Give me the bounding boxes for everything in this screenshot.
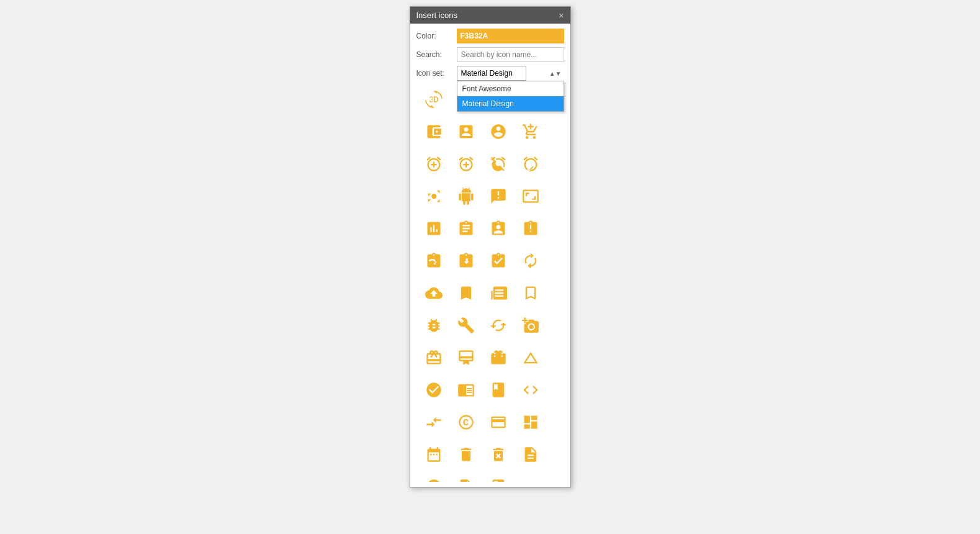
icon-set-dropdown: Font Awesome Material Design — [457, 81, 564, 112]
close-button[interactable]: × — [559, 11, 564, 20]
icon-dashboard[interactable] — [516, 407, 546, 437]
icon-assignment-return[interactable] — [419, 246, 449, 276]
icon-backup[interactable] — [419, 278, 449, 308]
icon-set-select-wrapper: Font Awesome Material Design ▲▼ — [457, 66, 564, 81]
icons-row-8 — [419, 310, 562, 340]
icon-class[interactable] — [483, 375, 513, 405]
icons-row-6 — [419, 246, 562, 276]
icon-set-row: Icon set: Font Awesome Material Design ▲… — [416, 66, 564, 81]
icon-alarm-add[interactable] — [451, 149, 481, 179]
icons-row-2 — [419, 117, 562, 147]
icons-row-4 — [419, 181, 562, 211]
icon-check-circle[interactable] — [419, 375, 449, 405]
icon-bookmark-filled[interactable] — [451, 278, 481, 308]
icon-assignment-ind[interactable] — [483, 214, 513, 243]
icon-assignment-returned[interactable] — [451, 246, 481, 276]
icon-alarm-on[interactable] — [516, 149, 546, 179]
icons-row-7 — [419, 278, 562, 308]
dialog-body: Color: Search: Icon set: Font Awesome Ma… — [410, 24, 570, 487]
icon-assessment[interactable] — [419, 214, 449, 243]
icon-code[interactable] — [516, 375, 546, 405]
insert-icons-dialog: Insert icons × Color: Search: Icon set: … — [410, 6, 571, 487]
icons-row-3 — [419, 149, 562, 179]
icon-set-label: Icon set: — [416, 69, 457, 78]
icons-row-12 — [419, 440, 562, 469]
icon-card-giftcard[interactable] — [419, 343, 449, 373]
dropdown-item-font-awesome[interactable]: Font Awesome — [457, 81, 564, 96]
dialog-titlebar: Insert icons × — [410, 7, 570, 24]
icon-compare-arrows[interactable] — [419, 407, 449, 437]
icon-3d-rotation[interactable] — [419, 84, 449, 114]
icons-row-13 — [419, 472, 562, 482]
color-input[interactable] — [457, 29, 564, 43]
icons-row-11 — [419, 407, 562, 437]
icon-description[interactable] — [516, 440, 546, 469]
icon-more-1[interactable] — [419, 472, 449, 482]
icon-change-history[interactable] — [516, 343, 546, 373]
color-row: Color: — [416, 29, 564, 43]
icon-chrome-reader-mode[interactable] — [451, 375, 481, 405]
icon-account-circle[interactable] — [483, 117, 513, 147]
icon-alarm-off[interactable] — [483, 149, 513, 179]
icon-all-out[interactable] — [419, 181, 449, 211]
icon-add-a-photo[interactable] — [516, 310, 546, 340]
icon-assignment-late[interactable] — [516, 214, 546, 243]
dialog-scroll-area: Color: Search: Icon set: Font Awesome Ma… — [410, 24, 570, 487]
icon-credit-card[interactable] — [483, 407, 513, 437]
dropdown-item-material-design[interactable]: Material Design — [457, 96, 564, 111]
icon-set-select[interactable]: Font Awesome Material Design — [457, 66, 526, 81]
icon-android[interactable] — [451, 181, 481, 211]
icon-assignment[interactable] — [451, 214, 481, 243]
icon-delete[interactable] — [451, 440, 481, 469]
icon-assignment-turned-in[interactable] — [483, 246, 513, 276]
icon-delete-forever[interactable] — [483, 440, 513, 469]
color-label: Color: — [416, 32, 457, 40]
icon-announcement[interactable] — [483, 181, 513, 211]
icon-bookmark-border[interactable] — [516, 278, 546, 308]
icon-build[interactable] — [451, 310, 481, 340]
icon-bookmarks[interactable] — [483, 278, 513, 308]
icon-copyright[interactable] — [451, 407, 481, 437]
icon-card-membership[interactable] — [451, 343, 481, 373]
icon-add-shopping-cart[interactable] — [516, 117, 546, 147]
icons-row-5 — [419, 214, 562, 243]
icon-account-balance-wallet[interactable] — [419, 117, 449, 147]
search-row: Search: — [416, 47, 564, 62]
icon-account-box[interactable] — [451, 117, 481, 147]
icon-more-2[interactable] — [451, 472, 481, 482]
icon-alarm[interactable] — [419, 149, 449, 179]
icon-more-3[interactable] — [483, 472, 513, 482]
search-label: Search: — [416, 50, 457, 59]
icon-date-range[interactable] — [419, 440, 449, 469]
select-arrow-icon: ▲▼ — [549, 70, 562, 77]
search-input[interactable] — [457, 47, 564, 62]
icon-aspect-ratio[interactable] — [516, 181, 546, 211]
icons-row-10 — [419, 375, 562, 405]
icon-card-travel[interactable] — [483, 343, 513, 373]
icons-row-9 — [419, 343, 562, 373]
icon-more-4[interactable] — [516, 472, 546, 482]
icon-autorenew[interactable] — [516, 246, 546, 276]
icon-bug-report[interactable] — [419, 310, 449, 340]
icon-cached[interactable] — [483, 310, 513, 340]
dialog-title: Insert icons — [416, 11, 457, 20]
icons-grid-area — [416, 84, 564, 482]
